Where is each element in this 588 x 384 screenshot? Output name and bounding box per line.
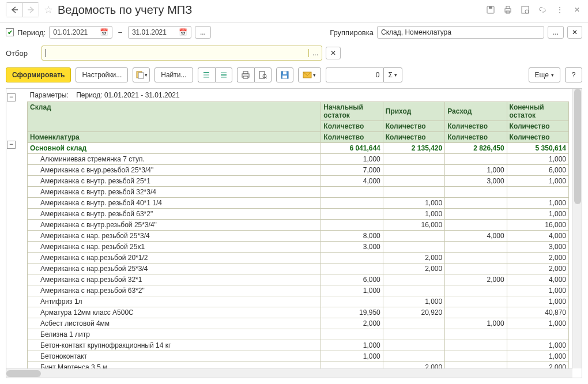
print-icon[interactable] bbox=[503, 5, 513, 15]
link-icon[interactable] bbox=[537, 5, 548, 15]
form-icon[interactable] bbox=[520, 5, 530, 15]
table-row[interactable]: Антифриз 1л1,0001,000 bbox=[28, 296, 569, 307]
table-row[interactable]: Белизна 1 литр bbox=[28, 329, 569, 340]
table-row[interactable]: Американка с внутр. резьбой 40*1 1/41,00… bbox=[28, 198, 569, 209]
tree-toggle-root[interactable]: − bbox=[7, 93, 16, 101]
svg-rect-24 bbox=[283, 71, 287, 74]
table-row[interactable]: Американка с нар.резьбой 63*2"1,0001,000 bbox=[28, 285, 569, 296]
toolbar: Сформировать Настройки... ▾ Найти... ▾ 0… bbox=[0, 64, 588, 86]
help-button[interactable]: ? bbox=[565, 67, 582, 82]
params-text: Период: 01.01.2021 - 31.01.2021 bbox=[76, 91, 180, 99]
collapse-button[interactable] bbox=[215, 67, 232, 82]
table-row[interactable]: Американка с внутр. резьбой 32*3/4 bbox=[28, 187, 569, 198]
report-area: − − Параметры: Период: 01.01.2021 - 31.0… bbox=[6, 88, 582, 378]
paste-settings-button[interactable]: ▾ bbox=[133, 67, 150, 82]
table-row[interactable]: Американка с нар. резьбой 25*3/48,0004,0… bbox=[28, 231, 569, 242]
table-row[interactable]: Бетон-контакт крупнофракционный 14 кг1,0… bbox=[28, 340, 569, 351]
scrollbar-horizontal[interactable] bbox=[6, 368, 572, 378]
svg-rect-10 bbox=[138, 73, 144, 78]
table-row[interactable]: Американка с нар.резьбой 20*1/22,0002,00… bbox=[28, 253, 569, 263]
expand-button[interactable] bbox=[198, 67, 215, 82]
calendar-icon[interactable]: 📅 bbox=[179, 28, 187, 36]
svg-line-22 bbox=[266, 77, 267, 78]
period-row: Период: 01.01.2021📅 – 31.01.2021📅 ... Гр… bbox=[0, 22, 588, 42]
tree-toggle-group[interactable]: − bbox=[7, 141, 16, 149]
more-button[interactable]: Еще▾ bbox=[529, 67, 560, 82]
table-row[interactable]: Арматура 12мм класс А500С19,95020,92040,… bbox=[28, 307, 569, 318]
forward-button[interactable] bbox=[22, 3, 39, 17]
hdr-dim: Склад bbox=[28, 102, 321, 132]
report-table: Параметры: Период: 01.01.2021 - 31.01.20… bbox=[27, 89, 569, 378]
generate-button[interactable]: Сформировать bbox=[6, 67, 71, 82]
filter-label: Отбор bbox=[6, 49, 38, 58]
favorite-icon[interactable]: ☆ bbox=[44, 3, 53, 16]
number-input[interactable]: 0 bbox=[326, 67, 383, 82]
email-button[interactable]: ▾ bbox=[298, 67, 321, 82]
period-select-button[interactable]: ... bbox=[195, 26, 211, 39]
find-button[interactable]: Найти... bbox=[154, 67, 193, 82]
svg-rect-3 bbox=[489, 6, 492, 9]
table-row[interactable]: Американка с внутр. резьбой 25*14,0003,0… bbox=[28, 176, 569, 187]
svg-rect-5 bbox=[506, 6, 510, 9]
save-button[interactable] bbox=[276, 67, 293, 82]
svg-point-8 bbox=[525, 10, 529, 13]
back-button[interactable] bbox=[6, 3, 22, 17]
table-row[interactable]: Бетоноконтакт1,0001,000 bbox=[28, 351, 569, 362]
title-bar: ☆ Ведомость по учету МПЗ ⋮ ✕ bbox=[0, 0, 588, 22]
table-row[interactable]: Американка с нар.резьбой 25*3/42,0002,00… bbox=[28, 263, 569, 274]
print-button[interactable] bbox=[237, 67, 254, 82]
close-icon[interactable]: ✕ bbox=[572, 5, 582, 15]
grouping-input[interactable]: Склад, Номенклатура bbox=[377, 26, 544, 39]
period-label: Период: bbox=[17, 28, 46, 37]
period-checkbox[interactable] bbox=[6, 28, 14, 36]
svg-rect-25 bbox=[282, 76, 287, 78]
menu-icon[interactable]: ⋮ bbox=[555, 5, 565, 15]
preview-button[interactable] bbox=[254, 67, 272, 82]
period-to[interactable]: 31.01.2021📅 bbox=[128, 26, 191, 39]
nav-buttons bbox=[6, 2, 39, 17]
svg-rect-19 bbox=[243, 76, 248, 78]
sum-button[interactable]: Σ ▾ bbox=[383, 67, 402, 82]
table-row[interactable]: Американка с внур.резьбой 25*3/4"7,0001,… bbox=[28, 165, 569, 176]
calendar-icon[interactable]: 📅 bbox=[100, 28, 108, 36]
table-row[interactable]: Американка с внутр. резьбой 63*2"1,0001,… bbox=[28, 209, 569, 220]
save-icon[interactable] bbox=[485, 5, 496, 15]
period-from[interactable]: 01.01.2021📅 bbox=[49, 26, 112, 39]
table-row[interactable]: Американка с внутр.резьбой 25*3/4"16,000… bbox=[28, 220, 569, 231]
params-label: Параметры: bbox=[30, 91, 69, 99]
filter-row: Отбор ... ✕ bbox=[0, 42, 588, 64]
page-title: Ведомость по учету МПЗ bbox=[58, 3, 485, 17]
scrollbar-vertical[interactable] bbox=[572, 89, 582, 368]
settings-button[interactable]: Настройки... bbox=[76, 67, 128, 82]
table-row[interactable]: Алюминиевая стремянка 7 ступ.1,0001,000 bbox=[28, 154, 569, 165]
grouping-clear-button[interactable]: ✕ bbox=[567, 26, 582, 39]
total-row[interactable]: Основной склад 6 041,644 2 135,420 2 826… bbox=[28, 143, 569, 154]
table-row[interactable]: Американка с нар.резьбой 32*16,0002,0004… bbox=[28, 274, 569, 285]
grouping-label: Группировка bbox=[330, 28, 374, 37]
filter-input[interactable]: ... bbox=[42, 46, 322, 61]
grouping-select-button[interactable]: ... bbox=[548, 26, 564, 39]
table-row[interactable]: Асбест листовой 4мм2,0001,0001,000 bbox=[28, 318, 569, 329]
filter-clear-button[interactable]: ✕ bbox=[326, 47, 341, 59]
table-row[interactable]: Американка с нар. резьбой 25х13,0003,000 bbox=[28, 242, 569, 253]
svg-rect-18 bbox=[243, 71, 248, 74]
